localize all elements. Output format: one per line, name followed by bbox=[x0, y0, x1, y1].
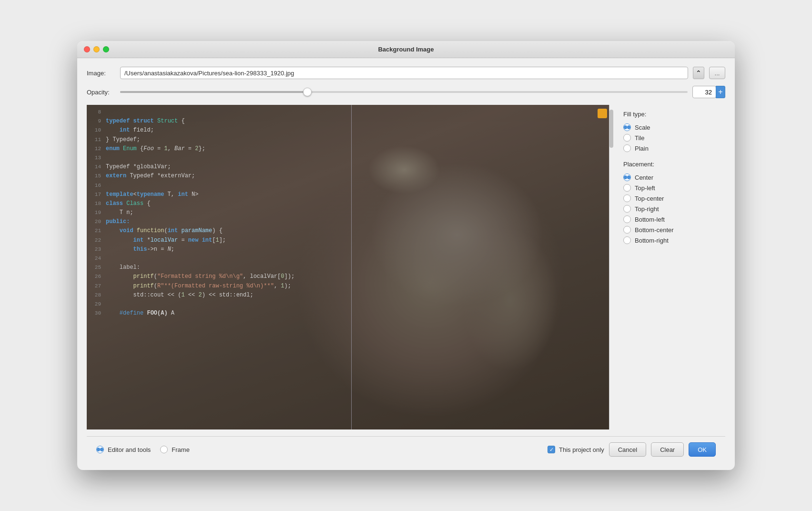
placement-top-center-radio[interactable] bbox=[623, 194, 631, 202]
code-editor: 8 9 typedef struct Struct { 10 int field… bbox=[87, 105, 616, 429]
placement-bottom-left[interactable]: Bottom-left bbox=[623, 215, 718, 223]
ok-button[interactable]: OK bbox=[689, 442, 716, 457]
dialog: Background Image Image: /Users/anastasia… bbox=[77, 41, 735, 470]
stepper-up-button[interactable]: ⌃ bbox=[693, 67, 704, 79]
placement-top-right[interactable]: Top-right bbox=[623, 205, 718, 213]
opacity-label: Opacity: bbox=[87, 89, 115, 96]
scroll-thumb[interactable] bbox=[609, 110, 613, 148]
placement-group: Center Top-left Top-center Top-right bbox=[623, 174, 718, 244]
cancel-button[interactable]: Cancel bbox=[609, 442, 646, 457]
editor-and-tools-option[interactable]: Editor and tools bbox=[96, 446, 151, 453]
fill-type-plain-radio[interactable] bbox=[623, 144, 631, 152]
placement-bottom-center-radio[interactable] bbox=[623, 226, 631, 234]
editor-and-tools-radio[interactable] bbox=[96, 446, 104, 453]
placement-top-left-label: Top-left bbox=[635, 184, 655, 192]
placement-top-center-label: Top-center bbox=[635, 195, 664, 202]
placement-top-center[interactable]: Top-center bbox=[623, 194, 718, 202]
image-path-input[interactable]: /Users/anastasiakazakova/Pictures/sea-li… bbox=[120, 67, 688, 79]
bottom-right: ✓ This project only Cancel Clear OK bbox=[548, 442, 716, 457]
fill-type-tile[interactable]: Tile bbox=[623, 134, 718, 142]
scrollbar[interactable] bbox=[609, 105, 616, 429]
fill-type-title: Fill type: bbox=[623, 111, 718, 118]
fill-type-scale-label: Scale bbox=[635, 124, 650, 131]
fill-type-plain-label: Plain bbox=[635, 145, 649, 152]
close-button[interactable] bbox=[84, 46, 90, 52]
placement-center[interactable]: Center bbox=[623, 174, 718, 181]
dialog-title: Background Image bbox=[378, 46, 434, 53]
placement-center-radio[interactable] bbox=[623, 174, 631, 181]
bottom-bar: Editor and tools Frame ✓ This project on… bbox=[87, 436, 725, 462]
opacity-row: Opacity: 32 + bbox=[87, 86, 725, 98]
frame-radio[interactable] bbox=[160, 446, 168, 453]
opacity-slider-container bbox=[120, 91, 688, 93]
preview-divider bbox=[351, 105, 352, 429]
fill-type-scale[interactable]: Scale bbox=[623, 123, 718, 131]
traffic-lights bbox=[84, 46, 109, 52]
placement-bottom-right-label: Bottom-right bbox=[635, 237, 669, 244]
frame-label: Frame bbox=[172, 446, 190, 453]
image-path-text: /Users/anastasiakazakova/Pictures/sea-li… bbox=[124, 70, 294, 77]
placement-top-right-radio[interactable] bbox=[623, 205, 631, 213]
maximize-button[interactable] bbox=[103, 46, 109, 52]
placement-center-label: Center bbox=[635, 174, 653, 181]
placement-top-left[interactable]: Top-left bbox=[623, 184, 718, 192]
fill-type-scale-radio[interactable] bbox=[623, 123, 631, 131]
fill-type-group: Scale Tile Plain bbox=[623, 123, 718, 152]
this-project-only-option[interactable]: ✓ This project only bbox=[548, 446, 604, 453]
editor-and-tools-label: Editor and tools bbox=[108, 446, 151, 453]
browse-button[interactable]: ... bbox=[709, 67, 725, 79]
placement-top-right-label: Top-right bbox=[635, 205, 659, 213]
opacity-value-box: 32 + bbox=[692, 86, 725, 98]
placement-bottom-center-label: Bottom-center bbox=[635, 226, 674, 234]
opacity-number: 32 bbox=[705, 89, 712, 96]
fill-type-tile-label: Tile bbox=[635, 134, 644, 142]
this-project-only-checkbox[interactable]: ✓ bbox=[548, 446, 555, 453]
placement-bottom-left-radio[interactable] bbox=[623, 215, 631, 223]
opacity-slider-track[interactable] bbox=[120, 91, 688, 93]
orange-dot bbox=[598, 109, 607, 118]
placement-bottom-right[interactable]: Bottom-right bbox=[623, 236, 718, 244]
placement-bottom-center[interactable]: Bottom-center bbox=[623, 226, 718, 234]
preview-panel: 8 9 typedef struct Struct { 10 int field… bbox=[87, 105, 616, 429]
right-panel: Fill type: Scale Tile Plain bbox=[616, 105, 725, 429]
content: Image: /Users/anastasiakazakova/Pictures… bbox=[77, 58, 735, 470]
browse-label: ... bbox=[715, 70, 720, 77]
main-area: 8 9 typedef struct Struct { 10 int field… bbox=[87, 105, 725, 429]
clear-button[interactable]: Clear bbox=[651, 442, 684, 457]
minimize-button[interactable] bbox=[93, 46, 100, 52]
image-label: Image: bbox=[87, 70, 115, 77]
image-row: Image: /Users/anastasiakazakova/Pictures… bbox=[87, 67, 725, 79]
opacity-plus-button[interactable]: + bbox=[716, 86, 725, 98]
slider-thumb[interactable] bbox=[303, 88, 312, 96]
placement-top-left-radio[interactable] bbox=[623, 184, 631, 192]
bottom-left: Editor and tools Frame bbox=[96, 446, 540, 453]
titlebar: Background Image bbox=[77, 41, 735, 58]
this-project-only-label: This project only bbox=[559, 446, 604, 453]
slider-fill bbox=[120, 91, 307, 93]
placement-bottom-right-radio[interactable] bbox=[623, 236, 631, 244]
fill-type-plain[interactable]: Plain bbox=[623, 144, 718, 152]
fill-type-tile-radio[interactable] bbox=[623, 134, 631, 142]
opacity-value-input[interactable]: 32 bbox=[692, 86, 716, 98]
placement-title: Placement: bbox=[623, 161, 718, 168]
frame-option[interactable]: Frame bbox=[160, 446, 190, 453]
placement-bottom-left-label: Bottom-left bbox=[635, 216, 665, 223]
